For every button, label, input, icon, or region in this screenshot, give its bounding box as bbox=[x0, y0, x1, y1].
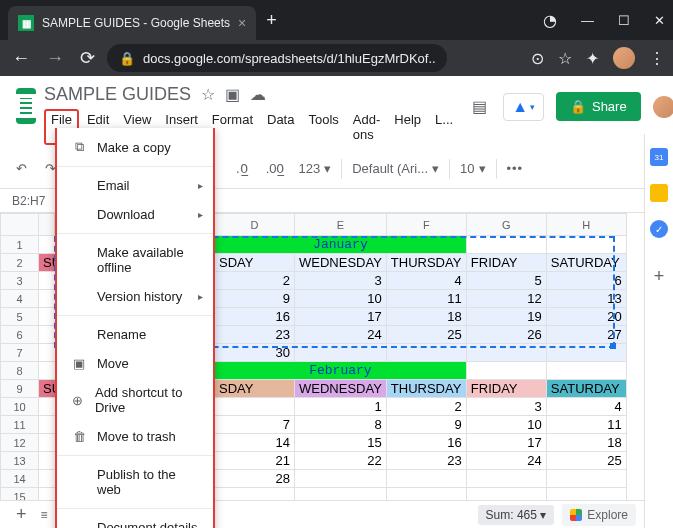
menu-details[interactable]: Document details bbox=[57, 513, 213, 528]
trash-icon: 🗑 bbox=[71, 429, 87, 444]
toolbar-more[interactable]: ••• bbox=[507, 161, 524, 176]
cloud-status-icon[interactable]: ☁ bbox=[250, 85, 266, 104]
nav-reload[interactable]: ⟳ bbox=[76, 43, 99, 73]
menu-version-history[interactable]: Version history bbox=[57, 282, 213, 311]
copy-icon: ⧉ bbox=[71, 139, 87, 155]
search-icon[interactable]: ⊙ bbox=[531, 49, 544, 68]
menu-make-copy[interactable]: ⧉Make a copy bbox=[57, 132, 213, 162]
star-outline-icon[interactable]: ☆ bbox=[201, 85, 215, 104]
profile-avatar[interactable] bbox=[613, 47, 635, 69]
sheets-logo[interactable] bbox=[16, 88, 36, 124]
month-header-january[interactable]: January bbox=[215, 236, 467, 254]
side-panel: + bbox=[644, 134, 673, 528]
undo-button[interactable]: ↶ bbox=[12, 159, 31, 178]
menu-move[interactable]: ▣Move bbox=[57, 349, 213, 378]
browser-tab[interactable]: ▦ SAMPLE GUIDES - Google Sheets × bbox=[8, 6, 256, 40]
menu-data[interactable]: Data bbox=[261, 109, 300, 145]
add-sheet-button[interactable]: + bbox=[8, 504, 35, 525]
window-close[interactable]: ✕ bbox=[654, 13, 665, 28]
menu-help[interactable]: Help bbox=[388, 109, 427, 145]
keep-addon-icon[interactable] bbox=[650, 184, 668, 202]
nav-forward[interactable]: → bbox=[42, 44, 68, 73]
star-icon[interactable]: ☆ bbox=[558, 49, 572, 68]
url-text: docs.google.com/spreadsheets/d/1hluEgzMr… bbox=[143, 51, 435, 66]
sheets-favicon: ▦ bbox=[18, 15, 34, 31]
explore-icon bbox=[570, 509, 582, 521]
explore-button[interactable]: Explore bbox=[562, 504, 636, 526]
share-label: Share bbox=[592, 99, 627, 114]
browser-tab-strip: ▦ SAMPLE GUIDES - Google Sheets × + ◔ — … bbox=[0, 0, 673, 40]
decrease-decimal[interactable]: .0̲ bbox=[232, 159, 252, 178]
menu-email[interactable]: Email bbox=[57, 171, 213, 200]
menu-trash[interactable]: 🗑Move to trash bbox=[57, 422, 213, 451]
all-sheets-button[interactable]: ≡ bbox=[35, 508, 54, 522]
share-button[interactable]: 🔒 Share bbox=[556, 92, 641, 121]
account-avatar[interactable] bbox=[653, 96, 673, 118]
menu-rename[interactable]: Rename bbox=[57, 320, 213, 349]
lock-icon: 🔒 bbox=[570, 99, 586, 114]
window-minimize[interactable]: — bbox=[581, 13, 594, 28]
month-header-february[interactable]: February bbox=[215, 362, 467, 380]
comments-icon[interactable]: ▤ bbox=[467, 95, 491, 119]
incognito-icon: ◔ bbox=[543, 11, 557, 30]
font-size[interactable]: 10 ▾ bbox=[460, 161, 485, 176]
menu-add-shortcut[interactable]: ⊕Add shortcut to Drive bbox=[57, 378, 213, 422]
tab-title: SAMPLE GUIDES - Google Sheets bbox=[42, 16, 230, 30]
folder-move-icon: ▣ bbox=[71, 356, 87, 371]
zoom-select[interactable]: 123 ▾ bbox=[298, 161, 331, 176]
menu-more[interactable]: L... bbox=[429, 109, 459, 145]
menu-addons[interactable]: Add-ons bbox=[347, 109, 386, 145]
lock-icon: 🔒 bbox=[119, 51, 135, 66]
address-bar[interactable]: 🔒 docs.google.com/spreadsheets/d/1hluEgz… bbox=[107, 44, 447, 72]
menu-publish[interactable]: Publish to the web bbox=[57, 460, 213, 504]
calendar-addon-icon[interactable] bbox=[650, 148, 668, 166]
new-tab-button[interactable]: + bbox=[266, 10, 277, 31]
document-title[interactable]: SAMPLE GUIDES bbox=[44, 84, 191, 105]
tasks-addon-icon[interactable] bbox=[650, 220, 668, 238]
window-maximize[interactable]: ☐ bbox=[618, 13, 630, 28]
menu-download[interactable]: Download bbox=[57, 200, 213, 229]
tab-close-icon[interactable]: × bbox=[238, 15, 246, 31]
menu-offline[interactable]: Make available offline bbox=[57, 238, 213, 282]
extension-icon[interactable]: ✦ bbox=[586, 49, 599, 68]
move-folder-icon[interactable]: ▣ bbox=[225, 85, 240, 104]
addons-plus-icon[interactable]: + bbox=[654, 266, 665, 287]
nav-back[interactable]: ← bbox=[8, 44, 34, 73]
shortcut-icon: ⊕ bbox=[71, 393, 85, 408]
sum-display[interactable]: Sum: 465 ▾ bbox=[478, 505, 555, 525]
increase-decimal[interactable]: .00̲ bbox=[262, 159, 289, 178]
browser-toolbar: ← → ⟳ 🔒 docs.google.com/spreadsheets/d/1… bbox=[0, 40, 673, 76]
browser-menu-icon[interactable]: ⋮ bbox=[649, 49, 665, 68]
file-menu-dropdown: ⧉Make a copy Email Download Make availab… bbox=[55, 128, 215, 528]
present-button[interactable]: ▲▾ bbox=[503, 93, 544, 121]
menu-tools[interactable]: Tools bbox=[302, 109, 344, 145]
font-select[interactable]: Default (Ari... ▾ bbox=[352, 161, 439, 176]
